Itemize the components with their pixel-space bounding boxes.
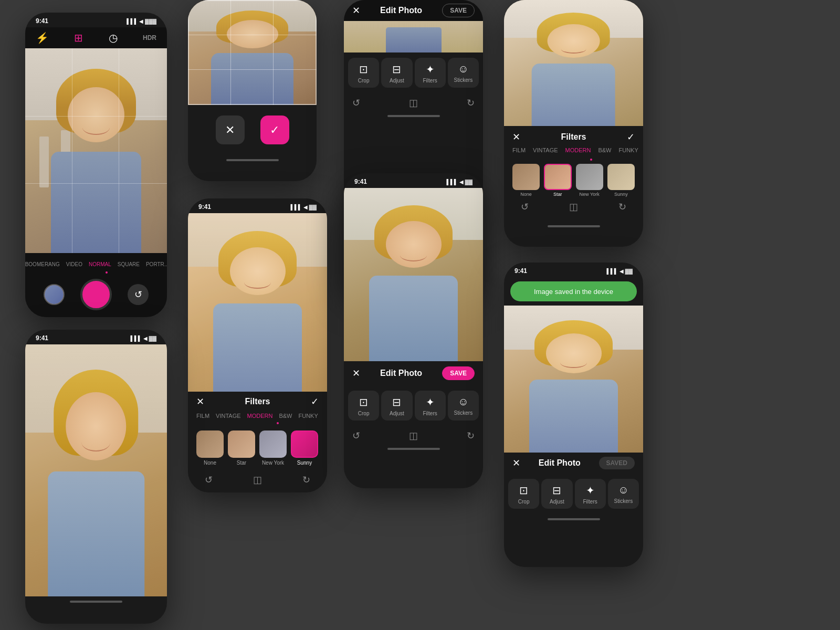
filter-sunny-3[interactable]: Sunny	[291, 430, 318, 466]
saved-subject	[518, 320, 629, 453]
filters-icon-5: ✦	[426, 396, 435, 408]
filter-tab-dot-6	[590, 159, 592, 161]
saved-button[interactable]: SAVED	[599, 457, 635, 469]
filter-newyork-6[interactable]: New York	[576, 164, 603, 197]
filter-photo-6	[504, 0, 643, 126]
filter-none-6[interactable]: None	[512, 164, 540, 197]
tool-stickers-4[interactable]: ☺ Stickers	[448, 58, 479, 88]
edit-close-5[interactable]: ✕	[352, 368, 360, 379]
timer-icon[interactable]: ◷	[109, 32, 118, 44]
gallery-thumbnail[interactable]	[44, 284, 65, 305]
tool-crop-4[interactable]: ⊡ Crop	[348, 58, 379, 88]
filter-tabs-6: FILM VINTAGE MODERN B&W FUNKY	[512, 147, 635, 153]
status-time-5: 9:41	[354, 178, 367, 185]
crop-cancel-button[interactable]: ✕	[216, 116, 245, 144]
tool-adjust-4[interactable]: ⊟ Adjust	[381, 58, 412, 88]
filters-confirm-3[interactable]: ✓	[311, 396, 319, 407]
crop-icon-4: ⊡	[359, 63, 368, 76]
saved-close[interactable]: ✕	[512, 457, 520, 469]
redo-6[interactable]: ↻	[618, 201, 626, 213]
mode-portrait[interactable]: PORTR..	[146, 261, 167, 267]
tab-modern-6[interactable]: MODERN	[565, 147, 591, 153]
filters-close-6[interactable]: ✕	[512, 131, 520, 143]
tab-vintage-6[interactable]: VINTAGE	[533, 147, 558, 153]
mode-normal[interactable]: NORMAL	[89, 261, 111, 267]
filter-tab-dot-3	[277, 422, 279, 424]
compare-6[interactable]: ◫	[569, 201, 578, 213]
tab-film-6[interactable]: FILM	[512, 147, 526, 153]
tab-film-3[interactable]: FILM	[196, 413, 209, 419]
tab-vintage-3[interactable]: VINTAGE	[216, 413, 240, 419]
grid-icon[interactable]: ⊞	[74, 32, 83, 44]
camera-controls: BOOMERANG VIDEO NORMAL SQUARE PORTR.. ↺	[25, 253, 167, 317]
tool-stickers-7[interactable]: ☺ Stickers	[608, 479, 639, 509]
undo-icon-3[interactable]: ↺	[205, 474, 213, 486]
home-indicator-8	[25, 596, 167, 607]
mode-square[interactable]: SQUARE	[118, 261, 140, 267]
tool-stickers-5[interactable]: ☺ Stickers	[448, 391, 479, 421]
save-button-5[interactable]: SAVE	[442, 366, 475, 380]
phone-filters-view: 9:41 ▌▌▌ ◀ ▓▓ ✕ Filters ✓ FILM VINTAGE M…	[188, 198, 327, 492]
filter-star-6[interactable]: Star	[544, 164, 571, 197]
compare-4[interactable]: ◫	[409, 97, 418, 109]
crop-confirm-button[interactable]: ✓	[260, 116, 289, 144]
filters-close-3[interactable]: ✕	[196, 396, 204, 407]
tool-adjust-5[interactable]: ⊟ Adjust	[381, 391, 412, 421]
tab-bw-3[interactable]: B&W	[279, 413, 292, 419]
tool-filters-4[interactable]: ✦ Filters	[415, 58, 446, 88]
edit-close-4[interactable]: ✕	[352, 5, 360, 16]
tab-bw-6[interactable]: B&W	[598, 147, 611, 153]
saved-photo	[504, 306, 643, 453]
crop-border	[188, 0, 317, 105]
filter-photo-3	[188, 213, 327, 392]
filter-star-3[interactable]: Star	[228, 430, 255, 466]
redo-icon-3[interactable]: ↻	[302, 474, 310, 486]
filters-label-7: Filters	[583, 499, 597, 505]
camera-preview	[25, 48, 167, 253]
filter-none-3[interactable]: None	[196, 430, 224, 466]
filter-tabs-3: FILM VINTAGE MODERN B&W FUNKY	[196, 411, 319, 421]
compare-icon-3[interactable]: ◫	[253, 474, 262, 486]
tool-grid-5: ⊡ Crop ⊟ Adjust ✦ Filters ☺ Stickers	[344, 385, 483, 426]
saved-message: Image saved in the device	[534, 288, 613, 296]
crop-grid-v2	[273, 0, 274, 105]
undo-5[interactable]: ↺	[352, 430, 360, 442]
undo-6[interactable]: ↺	[521, 201, 529, 213]
status-time-8: 9:41	[36, 334, 48, 342]
filters-label-4: Filters	[423, 78, 437, 83]
status-bar-8: 9:41 ▌▌▌ ◀ ▓▓	[25, 330, 167, 344]
capture-button[interactable]	[80, 279, 112, 310]
phone-crop-view: ✕ ✓	[188, 0, 317, 181]
mode-boomerang[interactable]: BOOMERANG	[25, 261, 60, 267]
tool-crop-5[interactable]: ⊡ Crop	[348, 391, 379, 421]
hdr-label[interactable]: HDR	[143, 34, 156, 41]
tab-funky-3[interactable]: FUNKY	[299, 413, 318, 419]
redo-4[interactable]: ↻	[467, 97, 475, 109]
tool-filters-5[interactable]: ✦ Filters	[415, 391, 446, 421]
filters-confirm-6[interactable]: ✓	[627, 131, 635, 143]
mode-video[interactable]: VIDEO	[66, 261, 82, 267]
filter-newyork-3[interactable]: New York	[259, 430, 287, 466]
tool-crop-7[interactable]: ⊡ Crop	[508, 479, 539, 509]
filters-icon-7: ✦	[586, 484, 595, 497]
flash-icon[interactable]: ⚡	[36, 32, 49, 44]
compare-5[interactable]: ◫	[409, 430, 418, 442]
redo-5[interactable]: ↻	[467, 430, 475, 442]
undo-4[interactable]: ↺	[352, 97, 360, 109]
stickers-icon-7: ☺	[618, 484, 628, 496]
status-icons-8: ▌▌▌ ◀ ▓▓	[131, 335, 156, 341]
tool-adjust-7[interactable]: ⊟ Adjust	[541, 479, 572, 509]
subject-photo	[39, 69, 153, 253]
tab-funky-6[interactable]: FUNKY	[619, 147, 638, 153]
save-button-4[interactable]: SAVE	[442, 4, 475, 17]
saved-notification: Image saved in the device	[510, 281, 637, 301]
filter-star-label-6: Star	[544, 192, 571, 197]
bottom-actions-3: ↺ ◫ ↻	[196, 470, 319, 490]
flip-camera-button[interactable]: ↺	[128, 284, 149, 305]
filter-sunny-6[interactable]: Sunny	[607, 164, 635, 197]
phone-filters-right: ✕ Filters ✓ FILM VINTAGE MODERN B&W FUNK…	[504, 0, 643, 247]
stickers-label-5: Stickers	[454, 410, 473, 416]
tab-modern-3[interactable]: MODERN	[247, 413, 273, 419]
tool-filters-7[interactable]: ✦ Filters	[575, 479, 606, 509]
filters-label-5: Filters	[423, 411, 437, 416]
